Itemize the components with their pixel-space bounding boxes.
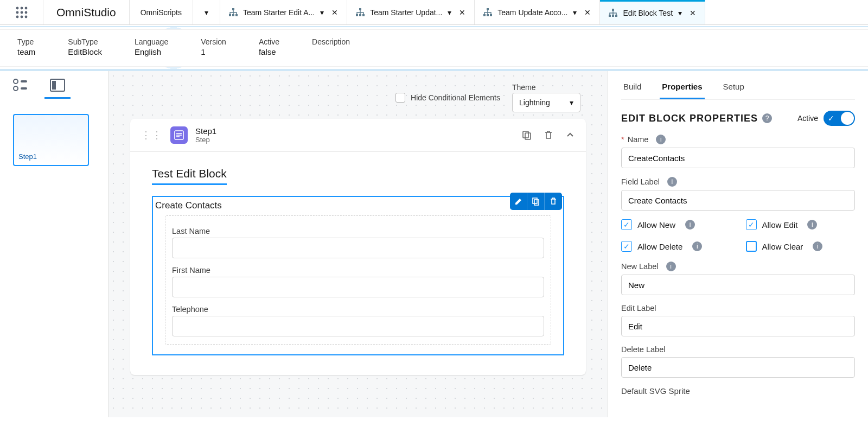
field-field-label: Field Labeli <box>621 177 855 211</box>
record-ribbon: Type team SubType EditBlock Language Eng… <box>0 26 868 70</box>
allow-delete-label: Allow Delete <box>637 242 682 251</box>
field-label-input[interactable] <box>621 190 855 211</box>
edit-label-input[interactable] <box>621 316 855 336</box>
svg-rect-14 <box>356 14 358 16</box>
allow-clear-checkbox[interactable]: Allow Clear i <box>746 241 856 252</box>
ribbon-version: Version 1 <box>201 37 226 56</box>
tab-team-update-account[interactable]: Team Update Acco... ▾ ✕ <box>475 0 600 24</box>
active-label: Active <box>797 114 818 123</box>
toggle-knob <box>841 112 854 125</box>
step-card: ⋮⋮ Step1 Step Test Edit Block <box>130 119 586 375</box>
tool-tab-layout[interactable] <box>44 77 71 99</box>
svg-rect-28 <box>21 87 27 90</box>
field-label: Telephone <box>172 305 544 314</box>
panel-tab-build[interactable]: Build <box>621 79 643 99</box>
field-input[interactable] <box>172 316 544 336</box>
allow-delete-checkbox[interactable]: ✓ Allow Delete i <box>621 241 731 252</box>
info-icon[interactable]: i <box>666 262 676 271</box>
canvas: Hide Conditional Elements Theme Lightnin… <box>108 71 608 417</box>
svg-rect-15 <box>359 14 361 16</box>
field-name: *Namei <box>621 135 855 168</box>
chevron-down-icon[interactable]: ▾ <box>320 8 324 17</box>
panel-tab-setup[interactable]: Setup <box>721 79 746 99</box>
step-thumb-label: Step1 <box>18 152 37 161</box>
chevron-down-icon[interactable]: ▾ <box>678 9 682 17</box>
copy-icon[interactable] <box>522 130 532 140</box>
svg-point-3 <box>16 11 18 14</box>
info-icon[interactable]: i <box>656 135 666 144</box>
edit-icon[interactable] <box>510 193 527 210</box>
ribbon-type: Type team <box>17 37 35 56</box>
info-icon[interactable]: i <box>692 241 702 251</box>
tab-edit-block-test[interactable]: Edit Block Test ▾ ✕ <box>600 0 705 24</box>
copy-icon[interactable] <box>527 193 545 210</box>
svg-rect-26 <box>21 80 27 82</box>
edit-block[interactable]: Create Contacts Last Name First Name <box>152 196 564 355</box>
new-label-input[interactable] <box>621 275 855 295</box>
delete-icon[interactable] <box>545 193 562 210</box>
info-icon[interactable]: i <box>667 177 677 187</box>
section-title[interactable]: Test Edit Block <box>152 167 227 185</box>
global-tab-bar: OmniStudio OmniScripts ▾ Team Starter Ed… <box>0 0 868 25</box>
chevron-down-icon[interactable]: ▾ <box>448 8 451 17</box>
default-svg-label: Default SVG Sprite <box>621 386 855 396</box>
svg-rect-9 <box>232 8 234 10</box>
info-icon[interactable]: i <box>807 220 817 230</box>
info-icon[interactable]: i <box>813 241 822 251</box>
close-icon[interactable]: ✕ <box>690 9 696 17</box>
hierarchy-icon <box>609 9 617 17</box>
name-input[interactable] <box>621 148 855 168</box>
svg-rect-37 <box>533 198 537 203</box>
svg-rect-35 <box>523 131 528 138</box>
ribbon-language: Language English <box>135 37 168 56</box>
delete-label-input[interactable] <box>621 357 855 378</box>
panel-tab-properties[interactable]: Properties <box>660 79 704 99</box>
tab-team-starter-edit[interactable]: Team Starter Edit A... ▾ ✕ <box>220 0 347 24</box>
field-label: First Name <box>172 266 544 275</box>
svg-point-7 <box>20 15 23 18</box>
edit-label-label: Edit Label <box>621 304 656 313</box>
theme-value: Lightning <box>519 98 550 107</box>
hierarchy-icon <box>356 8 365 17</box>
tool-tab-tree[interactable] <box>8 77 34 99</box>
info-icon[interactable]: i <box>685 220 695 230</box>
close-icon[interactable]: ✕ <box>331 8 338 17</box>
field-input[interactable] <box>172 277 544 297</box>
info-icon[interactable]: ? <box>762 113 772 123</box>
collapse-icon[interactable] <box>565 130 575 140</box>
hide-conditional-checkbox[interactable]: Hide Conditional Elements <box>395 93 500 103</box>
svg-rect-10 <box>229 14 231 16</box>
svg-rect-36 <box>525 133 531 139</box>
allow-new-checkbox[interactable]: ✓ Allow New i <box>621 219 731 230</box>
active-toggle[interactable]: ✓ <box>824 111 855 126</box>
ribbon-active: Active false <box>259 37 279 56</box>
close-icon[interactable]: ✕ <box>584 8 591 17</box>
ribbon-description: Description <box>312 37 350 56</box>
close-icon[interactable]: ✕ <box>459 8 465 17</box>
allow-edit-label: Allow Edit <box>762 220 798 230</box>
field-edit-label: Edit Label <box>621 304 855 336</box>
field-input[interactable] <box>172 238 544 258</box>
chevron-down-icon[interactable]: ▾ <box>573 8 577 17</box>
drag-handle-icon[interactable]: ⋮⋮ <box>141 132 163 138</box>
svg-rect-16 <box>362 14 365 16</box>
svg-rect-38 <box>534 200 539 205</box>
nav-item-dropdown[interactable]: ▾ <box>193 0 220 24</box>
app-launcher-icon[interactable] <box>0 0 43 24</box>
delete-icon[interactable] <box>544 130 553 140</box>
allow-edit-checkbox[interactable]: ✓ Allow Edit i <box>746 219 856 230</box>
nav-item-omniscripts[interactable]: OmniScripts <box>130 0 193 24</box>
tab-label: Team Starter Edit A... <box>243 8 315 17</box>
svg-point-5 <box>24 11 27 14</box>
hierarchy-icon <box>229 8 238 17</box>
step-thumbnail[interactable]: Step1 <box>13 114 89 166</box>
field-label: Last Name <box>172 227 544 235</box>
properties-panel: Build Properties Setup EDIT BLOCK PROPER… <box>608 71 868 417</box>
svg-rect-12 <box>235 14 238 16</box>
left-tool-rail: Step1 <box>0 71 108 417</box>
tab-team-starter-update[interactable]: Team Starter Updat... ▾ ✕ <box>347 0 475 24</box>
delete-label-label: Delete Label <box>621 345 665 354</box>
tab-label: Team Starter Updat... <box>370 8 442 17</box>
theme-select[interactable]: Lightning ▾ <box>512 93 580 112</box>
hierarchy-icon <box>483 8 492 17</box>
